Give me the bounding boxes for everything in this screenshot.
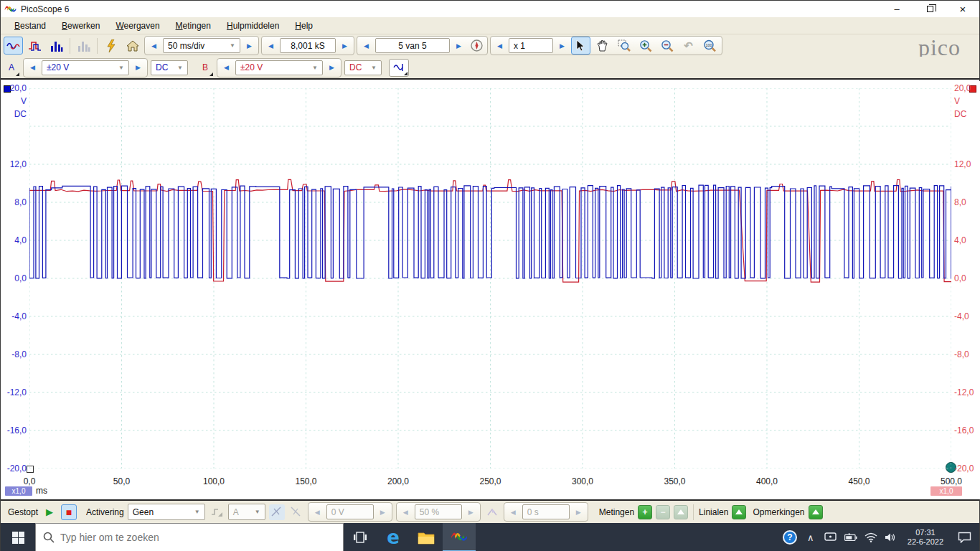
menu-hulpmiddelen[interactable]: Hulpmiddelen	[219, 19, 287, 33]
menu-weergaven[interactable]: Weergaven	[108, 19, 167, 33]
tray-expand-chevron[interactable]: ∧	[804, 532, 817, 543]
menu-bar: Bestand Bewerken Weergaven Metingen Hulp…	[1, 17, 979, 34]
minimize-button[interactable]: –	[880, 1, 913, 17]
samples-field[interactable]: 8,001 kS	[280, 38, 336, 53]
channel-b-range-value: ±20 V	[240, 62, 263, 72]
pico-logo-text: pico	[882, 38, 961, 57]
hand-icon	[597, 39, 608, 52]
pointer-tool-button[interactable]	[571, 37, 590, 55]
window-title: PicoScope 6	[21, 4, 69, 14]
up-triangle-icon	[735, 509, 743, 514]
zoom-factor-group: ◀ x 1 ▶	[490, 36, 722, 55]
display-tray-icon[interactable]	[824, 532, 837, 542]
trigger-mode-select[interactable]: Geen ▼	[128, 504, 205, 520]
y-axis-tick-right: 4,0	[954, 235, 979, 245]
home-button[interactable]	[123, 37, 142, 55]
y-axis-tick-right: -8,0	[954, 349, 979, 359]
spectrum-bars-disabled-icon	[77, 40, 90, 52]
timebase-value: 50 ms/div	[168, 41, 204, 51]
zoom-out-tool-button[interactable]	[657, 37, 677, 55]
corner-expand-icon	[404, 72, 407, 75]
zoom-full-tool-button[interactable]: 100	[700, 37, 720, 55]
x-axis-tick: 400,0	[748, 476, 786, 486]
capture-status: Gestopt	[8, 507, 38, 517]
y-axis-tick-right: -4,0	[954, 311, 979, 321]
timebase-increase-button[interactable]: ▶	[242, 38, 256, 53]
channel-b-coupling-select[interactable]: DC ▼	[344, 60, 382, 75]
channel-b-coupling-value: DC	[349, 62, 362, 72]
marquee-zoom-tool-button[interactable]	[614, 37, 633, 55]
add-measurement-button[interactable]: +	[638, 505, 652, 519]
channel-b-range-select[interactable]: ±20 V ▼	[235, 60, 323, 75]
trigger-level-value: 0 V	[331, 507, 344, 517]
taskbar-clock[interactable]: 07:31 22-6-2022	[905, 528, 946, 547]
maximize-button[interactable]	[913, 1, 946, 17]
stop-button[interactable]: ■	[61, 504, 77, 520]
timebase-decrease-button[interactable]: ◀	[147, 38, 161, 53]
speaker-icon[interactable]	[885, 532, 897, 542]
scope-view-button[interactable]	[4, 37, 23, 55]
close-button[interactable]: ×	[946, 1, 979, 17]
menu-help[interactable]: Help	[287, 19, 321, 33]
buffer-next-button[interactable]: ▶	[452, 38, 466, 53]
channel-b-range-up-button[interactable]: ▶	[325, 60, 339, 75]
picoscope-taskbar-button[interactable]	[443, 523, 476, 551]
search-icon	[43, 532, 55, 543]
x-axis-tick: 350,0	[656, 476, 694, 486]
menu-metingen[interactable]: Metingen	[168, 19, 219, 33]
notes-button[interactable]	[809, 505, 823, 519]
channel-a-options-button[interactable]: A	[3, 59, 20, 77]
waveform-canvas[interactable]	[29, 88, 951, 468]
buffer-field[interactable]: 5 van 5	[375, 38, 450, 53]
action-center-button[interactable]	[953, 532, 975, 543]
signal-generator-button[interactable]	[389, 59, 409, 77]
rulers-button[interactable]	[732, 505, 746, 519]
start-button[interactable]: ▶	[42, 504, 57, 520]
edit-measurement-button	[674, 505, 688, 519]
toolbar-separator	[693, 504, 694, 520]
zoom-factor-increase-button[interactable]: ▶	[555, 38, 569, 53]
battery-icon[interactable]	[844, 533, 857, 542]
edge-trigger-icon	[211, 507, 222, 517]
buffer-previous-button[interactable]: ◀	[359, 38, 373, 53]
search-input[interactable]	[60, 532, 304, 543]
channel-a-range-up-button[interactable]: ▶	[131, 60, 145, 75]
task-view-button[interactable]	[344, 523, 377, 551]
start-button[interactable]	[1, 523, 35, 551]
persistence-view-button[interactable]	[25, 37, 44, 55]
spectrum-disabled-button	[74, 37, 93, 55]
samples-decrease-button[interactable]: ◀	[264, 38, 278, 53]
falling-edge-button	[288, 504, 304, 520]
x-zoom-badge-left[interactable]: x1,0	[5, 486, 32, 496]
zoom-factor-decrease-button[interactable]: ◀	[493, 38, 507, 53]
menu-bewerken[interactable]: Bewerken	[54, 19, 108, 33]
zoom-factor-field[interactable]: x 1	[509, 38, 553, 53]
zoom-in-tool-button[interactable]	[636, 37, 655, 55]
auto-setup-button[interactable]	[101, 37, 121, 55]
file-explorer-button[interactable]	[410, 523, 443, 551]
taskbar-search-box[interactable]	[35, 523, 344, 551]
x-axis-tick: 500,0	[933, 476, 970, 486]
channel-a-coupling-select[interactable]: DC ▼	[151, 60, 188, 75]
channel-a-range-select[interactable]: ±20 V ▼	[42, 60, 129, 75]
x-zoom-badge-right[interactable]: x1,0	[930, 486, 962, 496]
channel-a-range-down-button[interactable]: ◀	[26, 60, 39, 75]
x-axis-tick: 0,0	[11, 476, 48, 486]
edge-icon: e	[387, 528, 400, 547]
zoom-box-icon	[618, 39, 631, 52]
pan-tool-button[interactable]	[593, 37, 612, 55]
timebase-select[interactable]: 50 ms/div ▼	[163, 38, 240, 53]
channel-b-options-button[interactable]: B	[197, 59, 214, 77]
channel-b-range-down-button[interactable]: ◀	[220, 60, 233, 75]
opmerkingen-label: Opmerkingen	[753, 507, 804, 517]
edge-browser-button[interactable]: e	[377, 523, 410, 551]
home-icon	[126, 40, 139, 52]
samples-increase-button[interactable]: ▶	[338, 38, 352, 53]
wifi-icon[interactable]	[864, 532, 877, 542]
main-toolbar: ◀ 50 ms/div ▼ ▶ ◀ 8,001 kS ▶ ◀ 5 van 5 ▶…	[1, 34, 979, 57]
menu-bestand[interactable]: Bestand	[6, 19, 54, 33]
help-tray-icon[interactable]: ?	[783, 530, 797, 545]
x-axis-unit: ms	[36, 486, 47, 496]
spectrum-view-button[interactable]	[47, 37, 66, 55]
buffer-navigator-button[interactable]	[468, 37, 485, 55]
